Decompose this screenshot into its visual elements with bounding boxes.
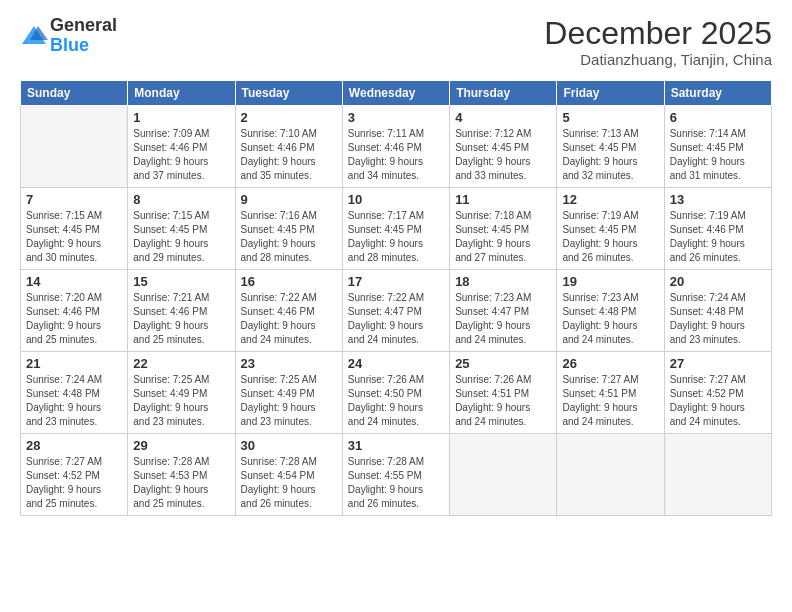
- day-number: 22: [133, 356, 229, 371]
- cell-info: Sunrise: 7:28 AMSunset: 4:55 PMDaylight:…: [348, 455, 444, 511]
- day-number: 11: [455, 192, 551, 207]
- day-number: 20: [670, 274, 766, 289]
- column-header-wednesday: Wednesday: [342, 81, 449, 106]
- calendar-cell: 20Sunrise: 7:24 AMSunset: 4:48 PMDayligh…: [664, 270, 771, 352]
- calendar-cell: 10Sunrise: 7:17 AMSunset: 4:45 PMDayligh…: [342, 188, 449, 270]
- logo-blue-text: Blue: [50, 35, 89, 55]
- cell-info: Sunrise: 7:23 AMSunset: 4:47 PMDaylight:…: [455, 291, 551, 347]
- cell-info: Sunrise: 7:17 AMSunset: 4:45 PMDaylight:…: [348, 209, 444, 265]
- day-number: 16: [241, 274, 337, 289]
- logo-general-text: General: [50, 15, 117, 35]
- calendar-cell: 11Sunrise: 7:18 AMSunset: 4:45 PMDayligh…: [450, 188, 557, 270]
- day-number: 9: [241, 192, 337, 207]
- logo: General Blue: [20, 16, 117, 56]
- cell-info: Sunrise: 7:28 AMSunset: 4:53 PMDaylight:…: [133, 455, 229, 511]
- day-number: 24: [348, 356, 444, 371]
- day-number: 7: [26, 192, 122, 207]
- column-header-sunday: Sunday: [21, 81, 128, 106]
- day-number: 21: [26, 356, 122, 371]
- cell-info: Sunrise: 7:19 AMSunset: 4:45 PMDaylight:…: [562, 209, 658, 265]
- column-header-thursday: Thursday: [450, 81, 557, 106]
- cell-info: Sunrise: 7:24 AMSunset: 4:48 PMDaylight:…: [26, 373, 122, 429]
- calendar-cell: 28Sunrise: 7:27 AMSunset: 4:52 PMDayligh…: [21, 434, 128, 516]
- day-number: 15: [133, 274, 229, 289]
- cell-info: Sunrise: 7:25 AMSunset: 4:49 PMDaylight:…: [133, 373, 229, 429]
- day-number: 17: [348, 274, 444, 289]
- calendar-cell: 26Sunrise: 7:27 AMSunset: 4:51 PMDayligh…: [557, 352, 664, 434]
- column-header-saturday: Saturday: [664, 81, 771, 106]
- cell-info: Sunrise: 7:12 AMSunset: 4:45 PMDaylight:…: [455, 127, 551, 183]
- calendar-cell: 7Sunrise: 7:15 AMSunset: 4:45 PMDaylight…: [21, 188, 128, 270]
- week-row-3: 14Sunrise: 7:20 AMSunset: 4:46 PMDayligh…: [21, 270, 772, 352]
- day-number: 28: [26, 438, 122, 453]
- day-number: 10: [348, 192, 444, 207]
- calendar-cell: 4Sunrise: 7:12 AMSunset: 4:45 PMDaylight…: [450, 106, 557, 188]
- cell-info: Sunrise: 7:25 AMSunset: 4:49 PMDaylight:…: [241, 373, 337, 429]
- cell-info: Sunrise: 7:15 AMSunset: 4:45 PMDaylight:…: [26, 209, 122, 265]
- cell-info: Sunrise: 7:19 AMSunset: 4:46 PMDaylight:…: [670, 209, 766, 265]
- day-number: 6: [670, 110, 766, 125]
- calendar-cell: 17Sunrise: 7:22 AMSunset: 4:47 PMDayligh…: [342, 270, 449, 352]
- page-container: General Blue December 2025 Datianzhuang,…: [0, 0, 792, 526]
- cell-info: Sunrise: 7:18 AMSunset: 4:45 PMDaylight:…: [455, 209, 551, 265]
- calendar-cell: [450, 434, 557, 516]
- calendar-cell: 14Sunrise: 7:20 AMSunset: 4:46 PMDayligh…: [21, 270, 128, 352]
- day-number: 1: [133, 110, 229, 125]
- day-number: 25: [455, 356, 551, 371]
- day-number: 13: [670, 192, 766, 207]
- calendar-cell: 13Sunrise: 7:19 AMSunset: 4:46 PMDayligh…: [664, 188, 771, 270]
- column-header-friday: Friday: [557, 81, 664, 106]
- cell-info: Sunrise: 7:10 AMSunset: 4:46 PMDaylight:…: [241, 127, 337, 183]
- calendar-cell: 12Sunrise: 7:19 AMSunset: 4:45 PMDayligh…: [557, 188, 664, 270]
- week-row-1: 1Sunrise: 7:09 AMSunset: 4:46 PMDaylight…: [21, 106, 772, 188]
- cell-info: Sunrise: 7:23 AMSunset: 4:48 PMDaylight:…: [562, 291, 658, 347]
- calendar-cell: 2Sunrise: 7:10 AMSunset: 4:46 PMDaylight…: [235, 106, 342, 188]
- calendar-cell: [664, 434, 771, 516]
- cell-info: Sunrise: 7:27 AMSunset: 4:52 PMDaylight:…: [670, 373, 766, 429]
- day-number: 19: [562, 274, 658, 289]
- day-number: 30: [241, 438, 337, 453]
- day-number: 2: [241, 110, 337, 125]
- cell-info: Sunrise: 7:27 AMSunset: 4:51 PMDaylight:…: [562, 373, 658, 429]
- calendar-cell: 6Sunrise: 7:14 AMSunset: 4:45 PMDaylight…: [664, 106, 771, 188]
- cell-info: Sunrise: 7:27 AMSunset: 4:52 PMDaylight:…: [26, 455, 122, 511]
- calendar-cell: 19Sunrise: 7:23 AMSunset: 4:48 PMDayligh…: [557, 270, 664, 352]
- cell-info: Sunrise: 7:28 AMSunset: 4:54 PMDaylight:…: [241, 455, 337, 511]
- cell-info: Sunrise: 7:15 AMSunset: 4:45 PMDaylight:…: [133, 209, 229, 265]
- calendar-cell: 24Sunrise: 7:26 AMSunset: 4:50 PMDayligh…: [342, 352, 449, 434]
- cell-info: Sunrise: 7:26 AMSunset: 4:50 PMDaylight:…: [348, 373, 444, 429]
- calendar-cell: 25Sunrise: 7:26 AMSunset: 4:51 PMDayligh…: [450, 352, 557, 434]
- column-header-tuesday: Tuesday: [235, 81, 342, 106]
- cell-info: Sunrise: 7:13 AMSunset: 4:45 PMDaylight:…: [562, 127, 658, 183]
- cell-info: Sunrise: 7:09 AMSunset: 4:46 PMDaylight:…: [133, 127, 229, 183]
- day-number: 27: [670, 356, 766, 371]
- title-block: December 2025 Datianzhuang, Tianjin, Chi…: [544, 16, 772, 68]
- location-subtitle: Datianzhuang, Tianjin, China: [544, 51, 772, 68]
- cell-info: Sunrise: 7:20 AMSunset: 4:46 PMDaylight:…: [26, 291, 122, 347]
- calendar-table: SundayMondayTuesdayWednesdayThursdayFrid…: [20, 80, 772, 516]
- day-number: 29: [133, 438, 229, 453]
- cell-info: Sunrise: 7:22 AMSunset: 4:47 PMDaylight:…: [348, 291, 444, 347]
- day-number: 18: [455, 274, 551, 289]
- day-number: 23: [241, 356, 337, 371]
- day-number: 12: [562, 192, 658, 207]
- calendar-cell: 21Sunrise: 7:24 AMSunset: 4:48 PMDayligh…: [21, 352, 128, 434]
- calendar-cell: 22Sunrise: 7:25 AMSunset: 4:49 PMDayligh…: [128, 352, 235, 434]
- cell-info: Sunrise: 7:14 AMSunset: 4:45 PMDaylight:…: [670, 127, 766, 183]
- calendar-cell: 15Sunrise: 7:21 AMSunset: 4:46 PMDayligh…: [128, 270, 235, 352]
- week-row-4: 21Sunrise: 7:24 AMSunset: 4:48 PMDayligh…: [21, 352, 772, 434]
- calendar-cell: 16Sunrise: 7:22 AMSunset: 4:46 PMDayligh…: [235, 270, 342, 352]
- day-number: 31: [348, 438, 444, 453]
- day-number: 14: [26, 274, 122, 289]
- calendar-cell: [21, 106, 128, 188]
- day-number: 4: [455, 110, 551, 125]
- calendar-cell: 31Sunrise: 7:28 AMSunset: 4:55 PMDayligh…: [342, 434, 449, 516]
- calendar-cell: 3Sunrise: 7:11 AMSunset: 4:46 PMDaylight…: [342, 106, 449, 188]
- week-row-2: 7Sunrise: 7:15 AMSunset: 4:45 PMDaylight…: [21, 188, 772, 270]
- header-row: SundayMondayTuesdayWednesdayThursdayFrid…: [21, 81, 772, 106]
- header: General Blue December 2025 Datianzhuang,…: [20, 16, 772, 68]
- calendar-cell: [557, 434, 664, 516]
- column-header-monday: Monday: [128, 81, 235, 106]
- month-title: December 2025: [544, 16, 772, 51]
- calendar-cell: 9Sunrise: 7:16 AMSunset: 4:45 PMDaylight…: [235, 188, 342, 270]
